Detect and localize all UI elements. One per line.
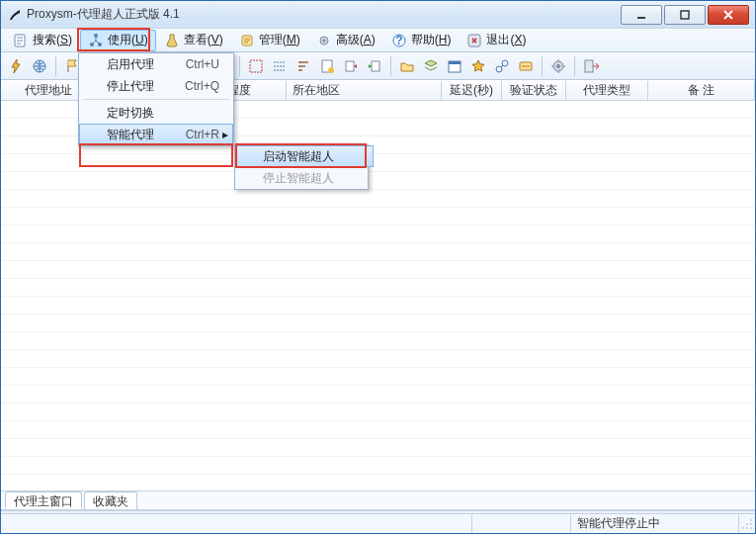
svg-point-36 (750, 523, 752, 525)
col-proxy-type[interactable]: 代理类型 (566, 81, 648, 100)
menu-exit[interactable]: 退出(X) (459, 30, 534, 51)
data-grid[interactable] (1, 101, 755, 490)
mi-start-smart-superman[interactable]: 启动智能超人 (235, 145, 374, 167)
mi-stop-smart-superman: 停止智能超人 (235, 167, 374, 189)
flask-icon (164, 33, 180, 48)
svg-point-37 (742, 527, 744, 529)
tb-link[interactable] (491, 55, 513, 77)
maximize-button[interactable] (664, 5, 706, 25)
tb-sort[interactable] (293, 55, 314, 77)
window-buttons (619, 5, 749, 25)
close-button[interactable] (708, 5, 749, 25)
tb-calendar[interactable] (444, 55, 465, 77)
tb-filter[interactable] (316, 55, 338, 77)
mi-enable-proxy[interactable]: 启用代理 Ctrl+U (79, 53, 233, 75)
app-window: Proxysm-代理超人正式版 4.1 搜索(S) 使用(U) 查看(V) (0, 0, 756, 534)
mi-stop-proxy[interactable]: 停止代理 Ctrl+Q (79, 75, 233, 97)
svg-point-34 (750, 519, 752, 521)
minimize-button[interactable] (621, 5, 662, 25)
bottom-tabs: 代理主窗口 收藏夹 (1, 490, 755, 510)
svg-point-3 (94, 34, 98, 38)
tb-card[interactable] (515, 55, 537, 77)
col-remark[interactable]: 备 注 (648, 81, 755, 100)
tb-settings[interactable] (547, 55, 569, 77)
svg-rect-27 (449, 61, 461, 64)
titlebar: Proxysm-代理超人正式版 4.1 (1, 1, 755, 29)
col-location[interactable]: 所在地区 (287, 81, 442, 100)
tb-import[interactable] (364, 55, 385, 77)
submenu-smart-proxy: 启动智能超人 停止智能超人 (234, 144, 369, 190)
caret-right-icon: ▸ (222, 128, 228, 141)
toolbar-separator (574, 56, 575, 76)
status-cell-1 (1, 514, 472, 533)
status-smart-proxy: 智能代理停止中 (571, 514, 739, 533)
menu-use[interactable]: 使用(U) (80, 30, 156, 51)
toolbar-separator (239, 56, 240, 76)
svg-rect-0 (637, 17, 645, 19)
svg-rect-33 (585, 60, 593, 72)
help-icon: ? (391, 33, 407, 48)
toolbar-separator (390, 56, 391, 76)
menu-advanced[interactable]: 高级(A) (308, 30, 383, 51)
tb-star[interactable] (467, 55, 489, 77)
menubar: 搜索(S) 使用(U) 查看(V) 管理(M) 高级(A) ? 帮助(H) 退出… (1, 29, 755, 52)
status-cell-2 (472, 514, 571, 533)
svg-point-32 (556, 64, 560, 68)
col-latency[interactable]: 延迟(秒) (442, 81, 502, 100)
tb-folder[interactable] (396, 55, 418, 77)
svg-point-35 (746, 523, 748, 525)
tree-icon (88, 33, 104, 48)
svg-rect-24 (346, 61, 354, 71)
tb-dotted-box[interactable] (245, 55, 267, 77)
menu-view[interactable]: 查看(V) (156, 30, 231, 51)
scroll-icon (239, 33, 255, 48)
menu-search[interactable]: 搜索(S) (5, 30, 80, 51)
svg-rect-1 (681, 11, 689, 19)
toolbar-separator (55, 56, 56, 76)
svg-point-38 (746, 527, 748, 529)
tab-main-window[interactable]: 代理主窗口 (5, 491, 82, 509)
svg-point-23 (328, 67, 334, 73)
toolbar-separator (542, 56, 543, 76)
mi-smart-proxy[interactable]: 智能代理 Ctrl+R ▸ (79, 124, 233, 145)
search-icon (13, 33, 29, 48)
svg-rect-21 (250, 60, 262, 72)
mi-timed-switch[interactable]: 定时切换 (79, 102, 233, 124)
tb-lightning[interactable] (5, 55, 27, 77)
menu-separator (83, 99, 229, 100)
resize-grip-icon[interactable] (739, 516, 755, 532)
tb-exit[interactable] (580, 55, 602, 77)
tb-globe[interactable] (29, 55, 50, 77)
app-icon (7, 7, 23, 23)
gear-icon (316, 33, 332, 48)
exit-icon (466, 33, 482, 48)
svg-point-8 (322, 39, 325, 42)
svg-point-39 (750, 527, 752, 529)
window-title: Proxysm-代理超人正式版 4.1 (27, 6, 180, 23)
tb-export[interactable] (340, 55, 362, 77)
tb-layers[interactable] (420, 55, 442, 77)
statusbar: 智能代理停止中 (1, 513, 755, 533)
menu-use-dropdown: 启用代理 Ctrl+U 停止代理 Ctrl+Q 定时切换 智能代理 Ctrl+R… (78, 52, 234, 146)
col-verify-status[interactable]: 验证状态 (502, 81, 566, 100)
tab-favorites[interactable]: 收藏夹 (84, 491, 137, 509)
svg-rect-25 (372, 61, 379, 71)
svg-text:?: ? (395, 34, 402, 47)
tb-dotted-list[interactable] (269, 55, 291, 77)
menu-help[interactable]: ? 帮助(H) (383, 30, 460, 51)
menu-manage[interactable]: 管理(M) (231, 30, 308, 51)
